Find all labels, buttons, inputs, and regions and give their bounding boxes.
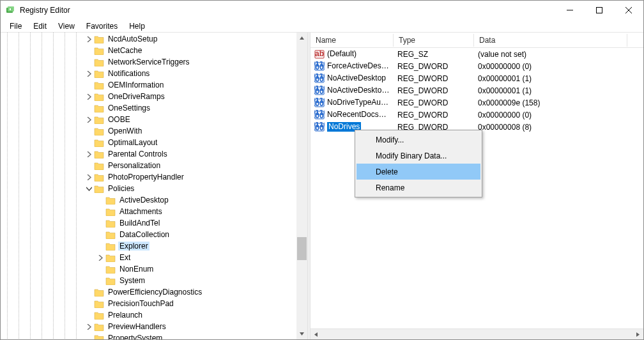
- menu-file[interactable]: File: [4, 20, 27, 32]
- column-data[interactable]: Data: [474, 34, 627, 47]
- tree-item[interactable]: Explorer: [1, 240, 307, 252]
- list-row[interactable]: 01101001NoActiveDesktop...REG_DWORD0x000…: [310, 84, 643, 97]
- reg-dword-icon: 01101001: [314, 110, 325, 120]
- list-row[interactable]: 01101001ForceActiveDeskt...REG_DWORD0x00…: [310, 60, 643, 72]
- tree-item[interactable]: OneSettings: [1, 102, 307, 114]
- tree-item[interactable]: Personalization: [1, 160, 307, 171]
- value-data: 0x00000000 (0): [474, 62, 627, 71]
- chevron-right-icon[interactable]: [84, 114, 94, 125]
- chevron-down-icon[interactable]: [84, 183, 94, 194]
- tree-guide-line: [7, 33, 8, 339]
- tree-item[interactable]: Policies: [1, 183, 307, 194]
- tree-item[interactable]: System: [1, 275, 307, 286]
- tree-item-label: Policies: [107, 184, 135, 193]
- value-data: 0x00000001 (1): [474, 86, 627, 95]
- scroll-thumb[interactable]: [297, 237, 307, 260]
- tree-item-label: OpenWith: [107, 127, 143, 135]
- tree-item-label: System: [118, 276, 146, 285]
- tree-item[interactable]: PreviewHandlers: [1, 321, 307, 332]
- tree-item[interactable]: OpenWith: [1, 125, 307, 137]
- value-name: NoRecentDocsHis...: [327, 110, 394, 119]
- tree-item-label: Parental Controls: [107, 150, 169, 158]
- context-menu-item[interactable]: Rename: [356, 180, 480, 196]
- svg-text:ab: ab: [315, 49, 324, 58]
- tree-item[interactable]: PropertySystem: [1, 332, 307, 339]
- value-name-cell: 01101001NoActiveDesktop...: [310, 86, 394, 96]
- value-name-cell: 01101001NoActiveDesktop: [310, 73, 394, 84]
- tree-item[interactable]: OneDriveRamps: [1, 91, 307, 102]
- chevron-right-icon[interactable]: [84, 149, 94, 159]
- chevron-right-icon[interactable]: [84, 68, 94, 79]
- chevron-right-icon[interactable]: [84, 172, 94, 182]
- context-menu-item[interactable]: Modify Binary Data...: [356, 148, 480, 164]
- list-row[interactable]: 01101001NoRecentDocsHis...REG_DWORD0x000…: [310, 109, 643, 121]
- list-row[interactable]: ab(Default)REG_SZ(value not set): [310, 48, 643, 60]
- scroll-left-button[interactable]: [310, 329, 321, 340]
- tree-item[interactable]: Parental Controls: [1, 148, 307, 160]
- app-icon: [6, 5, 16, 15]
- menu-favorites[interactable]: Favorites: [81, 20, 123, 32]
- value-data: (value not set): [474, 50, 627, 59]
- tree-item[interactable]: ActiveDesktop: [1, 194, 307, 206]
- context-menu: Modify...Modify Binary Data...DeleteRena…: [355, 130, 482, 197]
- tree-item[interactable]: Ext: [1, 252, 307, 263]
- value-type: REG_SZ: [394, 50, 474, 59]
- menu-help[interactable]: Help: [124, 20, 150, 32]
- tree-guide-line: [53, 33, 54, 339]
- context-menu-item[interactable]: Delete: [356, 164, 480, 180]
- value-name: NoActiveDesktop...: [327, 86, 392, 95]
- tree-item-label: PrecisionTouchPad: [107, 299, 175, 308]
- tree-item-label: OneSettings: [107, 104, 151, 112]
- list-row[interactable]: 01101001NoActiveDesktopREG_DWORD0x000000…: [310, 72, 643, 84]
- tree-item[interactable]: Attachments: [1, 206, 307, 217]
- tree-item-label: Explorer: [118, 242, 150, 251]
- value-name-cell: ab(Default): [310, 49, 394, 59]
- menubar: File Edit View Favorites Help: [1, 20, 643, 33]
- tree-item-label: NetworkServiceTriggers: [107, 58, 191, 66]
- scroll-down-button[interactable]: [296, 328, 307, 339]
- tree-item[interactable]: NetworkServiceTriggers: [1, 56, 307, 68]
- list-row[interactable]: 01101001NoDriveTypeAuto...REG_DWORD0x000…: [310, 97, 643, 109]
- value-name: (Default): [327, 49, 356, 58]
- chevron-right-icon[interactable]: [84, 321, 94, 332]
- value-name: NoActiveDesktop: [327, 73, 386, 82]
- chevron-right-icon[interactable]: [95, 252, 105, 263]
- column-name[interactable]: Name: [310, 34, 394, 47]
- reg-dword-icon: 01101001: [314, 122, 325, 132]
- maximize-button[interactable]: [585, 1, 614, 20]
- column-type[interactable]: Type: [394, 34, 474, 47]
- svg-text:1001: 1001: [314, 123, 325, 132]
- chevron-right-icon[interactable]: [84, 91, 94, 102]
- close-button[interactable]: [614, 1, 643, 20]
- tree-item[interactable]: PhotoPropertyHandler: [1, 171, 307, 183]
- reg-dword-icon: 01101001: [314, 98, 325, 108]
- tree-item[interactable]: DataCollection: [1, 229, 307, 240]
- menu-view[interactable]: View: [53, 20, 80, 32]
- tree-item[interactable]: Notifications: [1, 68, 307, 79]
- tree-item[interactable]: NonEnum: [1, 263, 307, 275]
- tree-item[interactable]: NcdAutoSetup: [1, 33, 307, 45]
- tree-item[interactable]: OEMInformation: [1, 79, 307, 91]
- tree-item-label: DataCollection: [118, 230, 171, 239]
- registry-tree[interactable]: NcdAutoSetupNetCacheNetworkServiceTrigge…: [1, 33, 307, 339]
- tree-item[interactable]: PrecisionTouchPad: [1, 298, 307, 309]
- scroll-right-button[interactable]: [632, 329, 643, 340]
- minimize-button[interactable]: [555, 1, 585, 20]
- chevron-right-icon[interactable]: [84, 34, 94, 44]
- tree-item[interactable]: OOBE: [1, 114, 307, 125]
- tree-item[interactable]: Prelaunch: [1, 309, 307, 321]
- tree-scrollbar[interactable]: [296, 33, 307, 339]
- value-name-cell: 01101001ForceActiveDeskt...: [310, 61, 394, 72]
- menu-edit[interactable]: Edit: [28, 20, 52, 32]
- tree-item[interactable]: NetCache: [1, 45, 307, 56]
- context-menu-item[interactable]: Modify...: [356, 132, 480, 148]
- horizontal-scrollbar[interactable]: [310, 328, 643, 339]
- tree-item-label: PowerEfficiencyDiagnostics: [107, 288, 203, 297]
- value-type: REG_DWORD: [394, 98, 474, 107]
- tree-item[interactable]: OptimalLayout: [1, 137, 307, 148]
- tree-item-label: OEMInformation: [107, 81, 165, 89]
- tree-pane: NcdAutoSetupNetCacheNetworkServiceTrigge…: [1, 33, 307, 339]
- scroll-up-button[interactable]: [296, 33, 307, 43]
- tree-item[interactable]: PowerEfficiencyDiagnostics: [1, 286, 307, 298]
- tree-item[interactable]: BuildAndTel: [1, 217, 307, 229]
